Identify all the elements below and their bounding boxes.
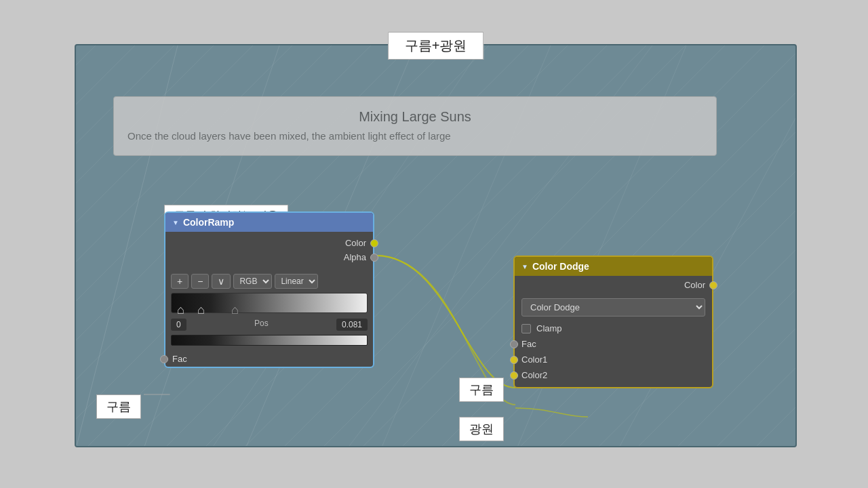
colordodge-fac-socket[interactable] xyxy=(510,340,518,348)
frame-title: 구름+광원 xyxy=(388,32,484,60)
colordodge-collapse-icon[interactable]: ▼ xyxy=(521,263,528,270)
output-color-row: Color xyxy=(165,236,373,250)
node-editor-frame: 구름+광원 Mixing Large Suns Once the cloud l… xyxy=(75,44,797,447)
colordodge-blend-select[interactable]: Color Dodge xyxy=(521,298,705,317)
colordodge-color2-row: Color2 xyxy=(515,367,712,383)
colordodge-header[interactable]: ▼ Color Dodge xyxy=(515,257,712,276)
ramp-val-zero: 0 xyxy=(171,319,186,331)
colordodge-output-row: Color xyxy=(515,276,712,294)
colorramp-title: ColorRamp xyxy=(183,217,234,228)
colordodge-fac-label: Fac xyxy=(521,339,536,349)
output-color-socket[interactable] xyxy=(370,239,378,247)
ramp-val-pos: 0.081 xyxy=(336,319,368,331)
colorramp-header[interactable]: ▼ ColorRamp xyxy=(165,213,373,232)
ramp-values-row: 0 Pos 0.081 xyxy=(171,319,368,331)
info-card: Mixing Large Suns Once the cloud layers … xyxy=(113,96,717,156)
colordodge-title: Color Dodge xyxy=(532,261,589,272)
colorramp-node: ▼ ColorRamp Color Alpha + − ∨ RGB xyxy=(164,211,374,368)
colorramp-body: + − ∨ RGB Linear ⌂ ⌂ ⌂ 0 Pos 0.081 xyxy=(165,268,373,351)
label-gureum-mid: 구름 xyxy=(459,378,504,402)
colordodge-color1-socket[interactable] xyxy=(510,356,518,364)
ramp-pos-label: Pos xyxy=(254,319,269,331)
colordodge-output-socket[interactable] xyxy=(709,281,717,289)
clamp-row: Clamp xyxy=(515,321,712,336)
colordodge-fac-row: Fac xyxy=(515,336,712,352)
ramp-stop-left[interactable]: ⌂ xyxy=(177,303,186,314)
info-card-title: Mixing Large Suns xyxy=(127,109,703,125)
input-fac-socket[interactable] xyxy=(160,355,168,363)
output-alpha-label: Alpha xyxy=(344,252,366,262)
output-alpha-socket[interactable] xyxy=(370,253,378,262)
ramp-rgb-select[interactable]: RGB xyxy=(233,274,272,289)
colorramp-fac-input: Fac xyxy=(165,351,373,367)
clamp-label: Clamp xyxy=(536,323,562,333)
ramp-stop-right[interactable]: ⌂ xyxy=(231,303,241,314)
ramp-remove-button[interactable]: − xyxy=(191,274,209,289)
colordodge-color2-label: Color2 xyxy=(521,370,547,380)
ramp-gradient-bar[interactable]: ⌂ ⌂ ⌂ xyxy=(171,293,368,313)
colordodge-dropdown-row: Color Dodge xyxy=(515,294,712,321)
ramp-stop-mid[interactable]: ⌂ xyxy=(197,303,207,314)
colordodge-color2-socket[interactable] xyxy=(510,371,518,380)
colorramp-outputs: Color Alpha xyxy=(165,232,373,268)
label-gureum-left: 구름 xyxy=(96,394,141,419)
input-fac-label: Fac xyxy=(172,354,187,364)
ramp-controls: + − ∨ RGB Linear xyxy=(171,274,368,289)
info-card-desc: Once the cloud layers have been mixed, t… xyxy=(127,130,703,142)
ramp-add-button[interactable]: + xyxy=(171,274,189,289)
colordodge-output-label: Color xyxy=(684,280,705,290)
output-color-label: Color xyxy=(345,238,366,248)
output-alpha-row: Alpha xyxy=(165,250,373,264)
colordodge-color1-label: Color1 xyxy=(521,354,547,365)
ramp-preview-strip xyxy=(171,335,368,346)
clamp-checkbox[interactable] xyxy=(521,324,531,333)
colordodge-node: ▼ Color Dodge Color Color Dodge Clamp Fa… xyxy=(513,256,713,388)
ramp-interpolation-select[interactable]: Linear xyxy=(275,274,318,289)
colorramp-collapse-icon[interactable]: ▼ xyxy=(172,219,179,226)
label-gwangwon: 광원 xyxy=(459,417,504,441)
ramp-chevron-button[interactable]: ∨ xyxy=(212,274,231,289)
colordodge-color1-row: Color1 xyxy=(515,352,712,367)
